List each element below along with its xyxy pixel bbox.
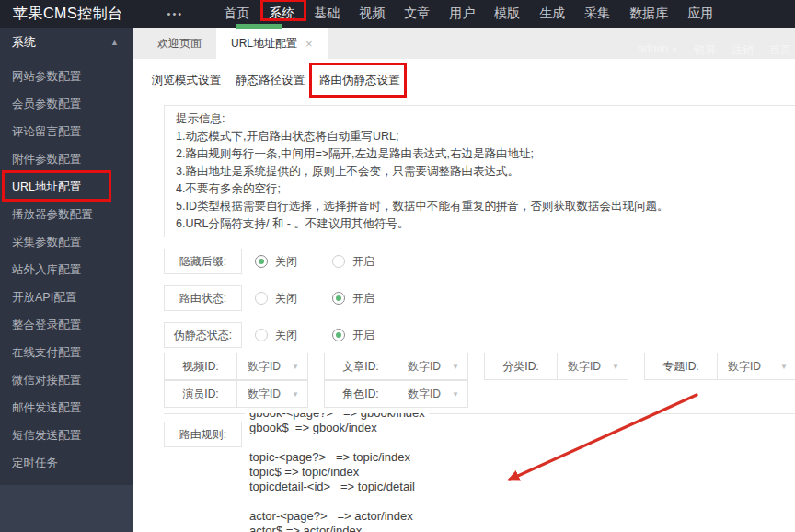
field-label: 伪静态状态: [164, 322, 242, 348]
hint-line: 6.URL分隔符支持/ 和 - 。不建议用其他符号。 [176, 215, 795, 233]
form-row-route-status: 路由状态: 关闭 开启 [164, 285, 374, 311]
more-dots-icon[interactable]: ••• [167, 8, 184, 19]
hint-line: 1.动态模式下,开启路由状态将自动重写URL; [176, 128, 795, 145]
subtab-bar: 浏览模式设置 静态路径设置 路由伪静态设置 [133, 59, 400, 101]
radio-option-off[interactable]: 关闭 [255, 254, 297, 270]
nav-item-collect[interactable]: 采集 [584, 6, 610, 22]
user-menu-homepage[interactable]: 首页 [769, 42, 791, 58]
id-type-dropdown[interactable]: 数字ID ▼ [717, 353, 795, 379]
route-rules-textarea[interactable]: gbook-<page?> => gbook/index gbook$ => g… [249, 413, 525, 532]
chevron-down-icon: ▼ [452, 390, 459, 399]
tab-welcome[interactable]: 欢迎页面 [143, 28, 216, 59]
subtab-static-path[interactable]: 静态路径设置 [236, 73, 305, 88]
nav-item-generate[interactable]: 生成 [539, 6, 565, 22]
chevron-down-icon: ▼ [612, 363, 619, 371]
radio-unselected-icon[interactable] [255, 329, 268, 341]
user-menu-logout[interactable]: 注销 [732, 42, 754, 58]
sidebar-item-email[interactable]: 邮件发送配置 [0, 394, 133, 422]
sidebar-item-integrated-login[interactable]: 整合登录配置 [0, 311, 133, 339]
radio-option-off[interactable]: 关闭 [255, 291, 297, 306]
field-label: 路由状态: [164, 285, 242, 311]
nav-item-home[interactable]: 首页 [224, 6, 249, 22]
active-nav-indicator [236, 24, 282, 29]
sidebar-item-player-params[interactable]: 播放器参数配置 [0, 201, 133, 228]
sidebar-item-open-api[interactable]: 开放API配置 [0, 283, 133, 311]
id-type-dropdown[interactable]: 数字ID ▼ [236, 381, 307, 407]
sidebar-item-member-params[interactable]: 会员参数配置 [0, 90, 133, 118]
id-type-dropdown[interactable]: 数字ID ▼ [397, 353, 467, 379]
radio-option-on[interactable]: 开启 [332, 328, 374, 343]
chevron-down-icon: ▼ [671, 46, 678, 54]
hint-line: 5.ID类型根据需要自行选择，选择拼音时，数据中不能有重复的拼音，否则获取数据会… [176, 198, 795, 215]
field-label: 文章ID: [325, 353, 397, 379]
nav-item-template[interactable]: 模版 [494, 6, 520, 22]
id-select-actor: 演员ID: 数字ID ▼ [164, 380, 308, 408]
id-type-dropdown[interactable]: 数字ID ▼ [236, 353, 307, 379]
tab-url-config[interactable]: URL地址配置 × [216, 28, 328, 59]
user-menu: admin▼ 锁屏 注销 首页 [638, 42, 791, 58]
radio-unselected-icon[interactable] [332, 255, 345, 268]
id-select-article: 文章ID: 数字ID ▼ [324, 353, 468, 380]
field-label: 隐藏后缀: [164, 249, 242, 274]
radio-selected-icon[interactable] [332, 329, 345, 341]
nav-item-article[interactable]: 文章 [404, 6, 430, 22]
username-dropdown[interactable]: admin▼ [638, 42, 678, 58]
sidebar: 系统 ▲ 网站参数配置 会员参数配置 评论留言配置 附件参数配置 URL地址配置… [0, 28, 133, 532]
field-label: 专题ID: [645, 353, 717, 379]
nav-item-basic[interactable]: 基础 [314, 6, 340, 22]
nav-item-system[interactable]: 系统 [269, 6, 294, 22]
chevron-down-icon: ▼ [292, 363, 299, 371]
nav-item-user[interactable]: 用户 [449, 6, 475, 22]
field-label: 演员ID: [165, 381, 236, 407]
radio-option-on[interactable]: 开启 [332, 291, 374, 306]
sidebar-item-wechat[interactable]: 微信对接配置 [0, 366, 133, 394]
sidebar-item-attachment[interactable]: 附件参数配置 [0, 145, 133, 173]
chevron-up-icon[interactable]: ▲ [110, 38, 119, 47]
sidebar-item-comment[interactable]: 评论留言配置 [0, 118, 133, 145]
field-label: 路由规则: [164, 422, 242, 447]
id-select-role: 角色ID: 数字ID ▼ [324, 380, 468, 408]
sidebar-group-header[interactable]: 系统 ▲ [0, 28, 133, 57]
radio-selected-icon[interactable] [255, 255, 268, 268]
close-icon[interactable]: × [305, 37, 313, 51]
subtab-route-rewrite[interactable]: 路由伪静态设置 [319, 73, 400, 88]
field-label: 角色ID: [325, 381, 397, 407]
id-select-video: 视频ID: 数字ID ▼ [164, 353, 308, 380]
hint-panel: 提示信息: 1.动态模式下,开启路由状态将自动重写URL; 2.路由规则每行一条… [164, 105, 795, 237]
id-select-category: 分类ID: 数字ID ▼ [484, 353, 628, 380]
sidebar-item-url-config[interactable]: URL地址配置 [0, 173, 133, 201]
chevron-down-icon: ▼ [780, 363, 788, 371]
chevron-down-icon: ▼ [452, 363, 459, 371]
sidebar-item-external-import[interactable]: 站外入库配置 [0, 256, 133, 283]
sidebar-item-sms[interactable]: 短信发送配置 [0, 422, 133, 449]
nav-item-database[interactable]: 数据库 [629, 6, 668, 22]
top-nav: 首页 系统 基础 视频 文章 用户 模版 生成 采集 数据库 应用 [224, 6, 713, 22]
sidebar-item-collect-params[interactable]: 采集参数配置 [0, 228, 133, 256]
form-row-rewrite-status: 伪静态状态: 关闭 开启 [164, 322, 374, 348]
hint-line: 3.路由地址是系统提供的，原则上不会变，只需要调整路由表达式。 [176, 163, 795, 180]
hint-line: 2.路由规则每行一条,中间用=>隔开,左边是路由表达式,右边是路由地址; [176, 145, 795, 163]
radio-unselected-icon[interactable] [255, 292, 268, 305]
radio-selected-icon[interactable] [332, 292, 345, 305]
form-row-route-rules: 路由规则: [164, 422, 242, 447]
sidebar-item-cron[interactable]: 定时任务 [0, 449, 133, 477]
hint-line: 4.不要有多余的空行; [176, 180, 795, 198]
sidebar-item-site-params[interactable]: 网站参数配置 [0, 63, 133, 90]
nav-item-app[interactable]: 应用 [687, 6, 713, 22]
user-menu-lock[interactable]: 锁屏 [694, 42, 716, 58]
app-window: 苹果CMS控制台 ••• 首页 系统 基础 视频 文章 用户 模版 生成 采集 … [0, 0, 795, 532]
nav-item-video[interactable]: 视频 [359, 6, 385, 22]
form-row-hide-suffix: 隐藏后缀: 关闭 开启 [164, 249, 374, 274]
radio-option-on[interactable]: 开启 [332, 254, 374, 270]
subtab-browse-mode[interactable]: 浏览模式设置 [152, 73, 221, 88]
sidebar-item-online-payment[interactable]: 在线支付配置 [0, 339, 133, 366]
hint-title: 提示信息: [176, 110, 795, 128]
radio-option-off[interactable]: 关闭 [255, 328, 297, 343]
section-divider [164, 413, 245, 414]
topbar: 苹果CMS控制台 ••• 首页 系统 基础 视频 文章 用户 模版 生成 采集 … [0, 0, 795, 28]
id-type-dropdown[interactable]: 数字ID ▼ [397, 381, 467, 407]
id-select-topic: 专题ID: 数字ID ▼ [644, 353, 795, 380]
chevron-down-icon: ▼ [292, 390, 299, 399]
id-type-dropdown[interactable]: 数字ID ▼ [557, 353, 628, 379]
route-rules-content: gbook-<page?> => gbook/index gbook$ => g… [249, 413, 525, 532]
